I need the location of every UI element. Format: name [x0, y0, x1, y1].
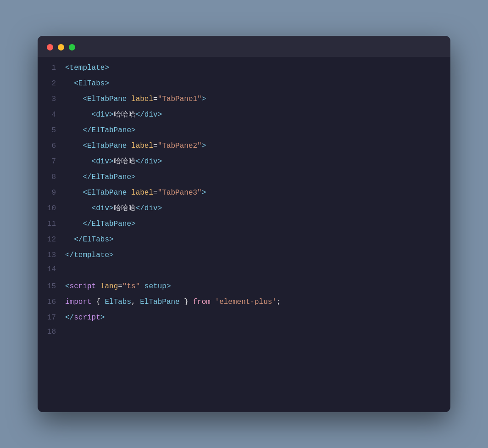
token: </ [136, 204, 144, 213]
token: </ [74, 235, 83, 244]
minimize-button[interactable] [58, 44, 64, 50]
token: </ [83, 220, 91, 228]
token: < [92, 157, 96, 166]
close-button[interactable] [47, 44, 53, 50]
token [189, 298, 193, 306]
line-content: </ElTabPane> [65, 172, 136, 184]
token: ElTabPane [92, 126, 131, 134]
token: > [109, 111, 114, 119]
token: > [109, 204, 114, 213]
line-content: </ElTabPane> [65, 125, 136, 137]
line-number: 7 [38, 157, 65, 166]
token [65, 95, 83, 103]
code-line: 13</template> [38, 249, 450, 264]
code-line: 16import { ElTabs, ElTabPane } from 'ele… [38, 296, 450, 311]
token: setup [144, 282, 166, 291]
token [127, 95, 131, 103]
code-line: 15<script lang="ts" setup> [38, 280, 450, 296]
token [65, 157, 92, 166]
line-number: 6 [38, 142, 65, 150]
code-line: 17</script> [38, 311, 450, 327]
token: div [144, 157, 158, 166]
token: > [131, 220, 136, 228]
line-number: 16 [38, 298, 65, 306]
token: label [131, 189, 153, 197]
token [92, 298, 96, 306]
token: > [109, 235, 114, 244]
line-number: 5 [38, 126, 65, 134]
token: ElTabPane [92, 173, 131, 181]
code-line: 6 <ElTabPane label="TabPane2"> [38, 140, 450, 155]
line-content: <template> [65, 62, 109, 74]
line-content: <script lang="ts" setup> [65, 281, 171, 293]
token: < [83, 142, 87, 150]
line-number: 13 [38, 251, 65, 259]
line-content: <div>哈哈哈</div> [65, 156, 162, 168]
line-number: 10 [38, 204, 65, 213]
token: < [74, 79, 78, 88]
token: div [144, 111, 158, 119]
titlebar [38, 36, 450, 57]
token [180, 298, 184, 306]
token: > [131, 126, 136, 134]
token: "TabPane3" [158, 189, 202, 197]
token [127, 142, 131, 150]
token: div [96, 204, 109, 213]
token [65, 79, 74, 88]
token: = [153, 95, 158, 103]
token: </ [83, 126, 91, 134]
token: from [193, 298, 211, 306]
token: > [109, 251, 114, 259]
line-content: <ElTabPane label="TabPane1"> [65, 94, 206, 106]
line-number: 2 [38, 79, 65, 88]
token: ElTabPane [87, 189, 127, 197]
token: = [118, 282, 122, 291]
token: </ [136, 111, 144, 119]
line-content: <ElTabPane label="TabPane2"> [65, 140, 206, 152]
line-number: 1 [38, 64, 65, 72]
token [100, 298, 105, 306]
token: import [65, 298, 92, 306]
token: } [184, 298, 189, 306]
code-line: 11 </ElTabPane> [38, 218, 450, 233]
token: > [105, 79, 109, 88]
token: 'element-plus' [215, 298, 277, 306]
line-number: 4 [38, 111, 65, 119]
token: > [158, 157, 162, 166]
token: < [83, 189, 87, 197]
code-line: 5 </ElTabPane> [38, 124, 450, 140]
line-content: <ElTabs> [65, 78, 109, 90]
token: div [96, 157, 109, 166]
code-line: 18 [38, 327, 450, 342]
line-number: 8 [38, 173, 65, 181]
token [140, 282, 144, 291]
token: "TabPane1" [158, 95, 202, 103]
token: ElTabPane [140, 298, 179, 306]
token: 哈哈哈 [114, 204, 136, 213]
token: script [74, 314, 100, 322]
code-line: 10 <div>哈哈哈</div> [38, 202, 450, 218]
token: ElTabPane [87, 142, 127, 150]
line-number: 3 [38, 95, 65, 103]
token: ElTabs [105, 298, 131, 306]
token: < [92, 111, 96, 119]
line-content: import { ElTabs, ElTabPane } from 'eleme… [65, 297, 281, 308]
code-line: 8 </ElTabPane> [38, 171, 450, 186]
token: ElTabPane [92, 220, 131, 228]
token: "ts" [122, 282, 140, 291]
token: </ [65, 251, 74, 259]
token: > [109, 157, 114, 166]
line-number: 17 [38, 314, 65, 322]
token: = [153, 142, 158, 150]
code-line: 7 <div>哈哈哈</div> [38, 155, 450, 171]
line-number: 14 [38, 265, 65, 274]
token: script [70, 282, 96, 291]
token: < [92, 204, 96, 213]
code-editor: 1<template>2 <ElTabs>3 <ElTabPane label=… [38, 57, 450, 356]
token: 哈哈哈 [114, 157, 136, 166]
maximize-button[interactable] [69, 44, 75, 50]
token: > [202, 142, 206, 150]
token: { [96, 298, 100, 306]
token: < [83, 95, 87, 103]
token [65, 189, 83, 197]
